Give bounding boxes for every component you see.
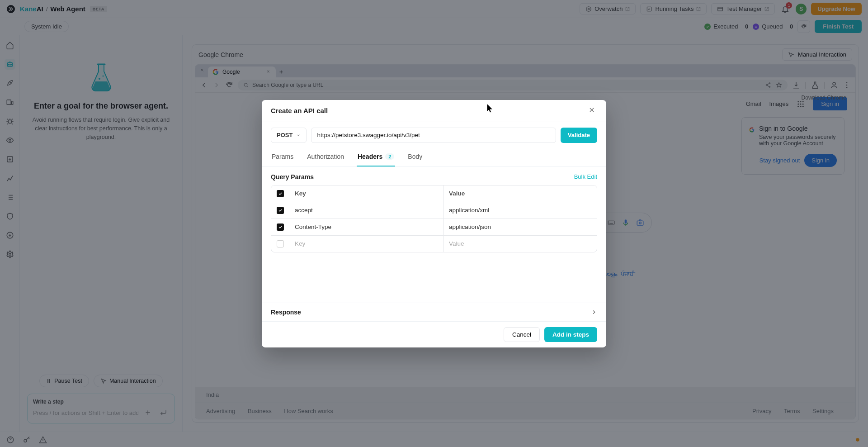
api-modal: Create an API call POST Validate Params … [262,100,606,347]
table-row [271,202,597,219]
http-method-select[interactable]: POST [271,128,307,143]
cancel-button[interactable]: Cancel [504,327,540,342]
header-value-input[interactable] [449,224,591,230]
tab-body[interactable]: Body [407,148,423,166]
bulk-edit-link[interactable]: Bulk Edit [574,173,597,180]
api-url-input[interactable] [311,128,556,143]
header-key-input[interactable] [295,224,438,230]
headers-table: Key Value [271,185,597,252]
tab-params[interactable]: Params [271,148,294,166]
column-header-value: Value [443,185,597,202]
row-checkbox[interactable] [277,240,284,247]
header-value-input[interactable] [449,207,591,214]
chevron-down-icon [296,133,301,138]
modal-close-button[interactable] [588,106,597,115]
modal-title: Create an API call [271,107,328,114]
table-row-empty [271,236,597,252]
tab-authorization[interactable]: Authorization [306,148,345,166]
header-key-input[interactable] [295,240,438,247]
row-checkbox[interactable] [277,207,284,214]
header-key-input[interactable] [295,207,438,214]
column-header-key: Key [289,185,443,202]
chevron-right-icon [591,309,597,315]
header-value-input[interactable] [449,240,591,247]
modal-overlay: Create an API call POST Validate Params … [0,0,868,447]
table-row [271,219,597,236]
row-checkbox[interactable] [277,224,284,231]
query-params-title: Query Params [271,173,314,181]
headers-count-badge: 2 [385,153,394,160]
tab-headers[interactable]: Headers 2 [357,148,395,166]
select-all-checkbox[interactable] [277,190,284,197]
validate-button[interactable]: Validate [561,128,597,143]
response-section-toggle[interactable]: Response [262,303,606,321]
add-in-steps-button[interactable]: Add in steps [544,327,597,342]
